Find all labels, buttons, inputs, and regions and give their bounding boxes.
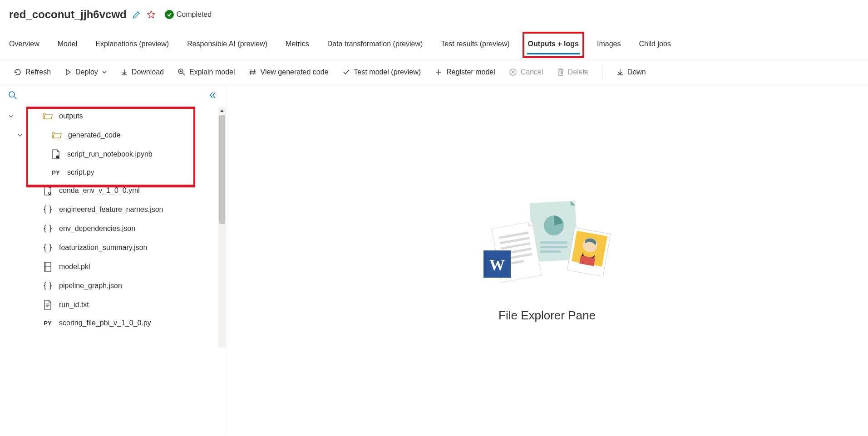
tree-item-label: conda_env_v_1_0_0.yml	[59, 186, 140, 195]
download-label: Download	[132, 68, 164, 76]
action-bar: Refresh Deploy Download Explain model Vi…	[0, 59, 868, 85]
scroll-up-arrow-icon[interactable]	[218, 107, 226, 114]
test-model-label: Test model (preview)	[354, 68, 421, 76]
file-notebook-icon	[51, 149, 61, 159]
delete-label: Delete	[568, 68, 589, 76]
tree-file-engineered[interactable]: engineered_feature_names.json	[0, 200, 222, 219]
refresh-label: Refresh	[25, 68, 51, 76]
tree-file-model[interactable]: model.pkl	[0, 257, 222, 276]
tree-file-pipeline[interactable]: pipeline_graph.json	[0, 276, 222, 295]
tree-folder-outputs[interactable]: outputs	[0, 107, 222, 126]
content-pane: W File Explorer Pane	[226, 85, 868, 435]
svg-point-2	[9, 92, 15, 97]
json-braces-icon	[43, 281, 53, 291]
chevron-down-icon[interactable]	[17, 132, 24, 138]
tree-file-script[interactable]: PY script.py	[0, 164, 222, 181]
favorite-star-icon[interactable]	[147, 10, 156, 19]
cancel-button: Cancel	[509, 68, 543, 76]
test-model-button[interactable]: Test model (preview)	[342, 68, 421, 76]
status-badge: Completed	[165, 10, 212, 19]
page-header: red_coconut_jjh6vcwd Completed	[0, 0, 868, 29]
edit-icon[interactable]	[132, 10, 141, 19]
tab-explanations[interactable]: Explanations (preview)	[95, 37, 169, 51]
tab-outputs-logs[interactable]: Outputs + logs	[528, 37, 579, 51]
tree-file-featurization[interactable]: featurization_summary.json	[0, 238, 222, 257]
folder-open-icon	[52, 130, 62, 140]
collapse-sidebar-icon[interactable]	[208, 91, 217, 101]
python-file-icon: PY	[43, 320, 53, 327]
status-text: Completed	[177, 10, 212, 19]
explain-model-button[interactable]: Explain model	[178, 68, 235, 76]
file-tree[interactable]: outputs generated_code script_run_notebo…	[0, 107, 226, 435]
scrollbar[interactable]	[218, 107, 226, 348]
cancel-icon	[509, 68, 517, 76]
tab-responsible-ai[interactable]: Responsible AI (preview)	[187, 37, 267, 51]
tree-item-label: scoring_file_pbi_v_1_0_0.py	[59, 319, 151, 327]
download-button[interactable]: Download	[121, 68, 164, 76]
refresh-button[interactable]: Refresh	[14, 68, 51, 76]
json-braces-icon	[43, 205, 53, 215]
svg-rect-10	[540, 250, 561, 253]
chevron-down-icon	[102, 69, 107, 75]
tree-file-env-deps[interactable]: env_dependencies.json	[0, 219, 222, 238]
sidebar-header	[0, 85, 226, 107]
tree-item-label: pipeline_graph.json	[59, 282, 122, 290]
main-layout: outputs generated_code script_run_notebo…	[0, 85, 868, 435]
plus-icon	[434, 68, 443, 76]
download-icon	[121, 69, 128, 76]
tree-item-label: engineered_feature_names.json	[59, 206, 163, 214]
magnifier-plus-icon	[178, 68, 186, 76]
tab-images[interactable]: Images	[597, 37, 621, 51]
tree-item-label: generated_code	[68, 131, 121, 139]
checkmark-icon	[342, 68, 350, 76]
svg-text:W: W	[489, 256, 505, 273]
tree-item-label: script_run_notebook.ipynb	[67, 150, 153, 158]
file-yml-icon	[43, 186, 53, 196]
tab-metrics[interactable]: Metrics	[286, 37, 309, 51]
tree-file-notebook[interactable]: script_run_notebook.ipynb	[0, 145, 222, 164]
tab-child-jobs[interactable]: Child jobs	[639, 37, 671, 51]
explain-label: Explain model	[189, 68, 235, 76]
tab-outputs-logs-label: Outputs + logs	[528, 40, 579, 48]
tab-bar: Overview Model Explanations (preview) Re…	[0, 37, 868, 51]
tree-item-label: featurization_summary.json	[59, 244, 147, 252]
tab-active-underline	[527, 53, 580, 54]
refresh-icon	[14, 68, 22, 76]
delete-button: Delete	[557, 68, 589, 76]
file-text-icon	[43, 300, 53, 310]
tab-data-transformation[interactable]: Data transformation (preview)	[327, 37, 423, 51]
folder-open-icon	[43, 111, 53, 121]
svg-rect-9	[540, 246, 567, 248]
svg-point-4	[49, 192, 51, 195]
tree-file-runid[interactable]: run_id.txt	[0, 295, 222, 314]
deploy-label: Deploy	[75, 68, 98, 76]
deploy-button[interactable]: Deploy	[64, 68, 107, 76]
tree-item-label: model.pkl	[59, 263, 90, 271]
play-icon	[64, 69, 72, 76]
file-tree-sidebar: outputs generated_code script_run_notebo…	[0, 85, 226, 435]
search-icon[interactable]	[8, 91, 17, 101]
cancel-label: Cancel	[521, 68, 543, 76]
tree-folder-generated-code[interactable]: generated_code	[0, 126, 222, 145]
tab-model[interactable]: Model	[58, 37, 78, 51]
file-binary-icon	[43, 262, 53, 272]
tree-file-conda[interactable]: conda_env_v_1_0_0.yml	[0, 181, 222, 200]
download2-label: Down	[627, 68, 646, 76]
python-file-icon: PY	[51, 169, 61, 176]
tab-test-results[interactable]: Test results (preview)	[441, 37, 509, 51]
view-code-button[interactable]: View generated code	[249, 68, 329, 76]
download-secondary-button[interactable]: Down	[616, 68, 646, 76]
hash-icon	[249, 68, 257, 76]
scrollbar-thumb[interactable]	[219, 115, 225, 224]
register-label: Register model	[446, 68, 495, 76]
file-explorer-illustration: W	[474, 198, 620, 295]
json-braces-icon	[43, 224, 53, 234]
content-title: File Explorer Pane	[498, 309, 596, 323]
register-model-button[interactable]: Register model	[434, 68, 495, 76]
tree-item-label: script.py	[67, 168, 94, 176]
chevron-down-icon[interactable]	[8, 113, 15, 119]
tree-item-label: outputs	[59, 112, 83, 120]
check-circle-icon	[165, 10, 174, 19]
tree-file-scoring[interactable]: PY scoring_file_pbi_v_1_0_0.py	[0, 314, 222, 332]
tab-overview[interactable]: Overview	[9, 37, 39, 51]
